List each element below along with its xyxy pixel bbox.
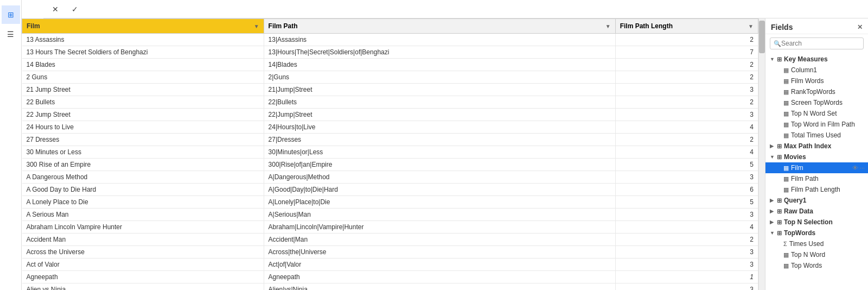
table-row: 13 Assassins13|Assassins2 [22,34,758,46]
grid-view-icon[interactable]: ⊞ [2,5,20,24]
calc-icon-filmwords: ▦ [783,78,789,85]
field-top-n-word-set[interactable]: ▦ Top N Word Set [765,108,868,119]
cell-film-path-length: 5 [615,196,758,209]
section-raw-data[interactable]: ▶ ⊞ Raw Data [765,206,868,217]
section-topwords[interactable]: ▼ ⊞ TopWords [765,228,868,238]
cell-film-path-length: 3 [615,84,758,96]
table-icon-filmpath: ▦ [783,175,789,182]
cell-film-path-length: 3 [615,283,758,291]
cell-film: 13 Hours The Secret Soldiers of Benghazi [22,46,264,59]
table-row: 27 Dresses27|Dresses2 [22,134,758,146]
cell-film-path: A|Dangerous|Method [264,171,615,184]
fields-panel-header: Fields ✕ [765,18,868,34]
close-icon[interactable]: ✕ [48,2,63,17]
cell-film-path-length: 2 [615,34,758,46]
cell-film: 13 Assassins [22,34,264,46]
cell-film: A Lonely Place to Die [22,196,264,209]
table-row: A Dangerous MethodA|Dangerous|Method3 [22,171,758,184]
field-film-actions: 👁 ··· [852,165,865,171]
table-icon-topwordsfield: ▦ [783,262,789,269]
calc-icon-totaltimes: ▦ [783,132,789,139]
cell-film: 30 Minutes or Less [22,146,264,159]
field-column1[interactable]: ▦ Column1 [765,65,868,75]
field-film-path-length[interactable]: ▦ Film Path Length [765,184,868,195]
table-icon-topwords: ⊞ [777,230,782,237]
cell-film-path-length: 5 [615,159,758,171]
table-icon-maxpath: ⊞ [777,143,782,150]
field-screen-topwords[interactable]: ▦ Screen TopWords [765,97,868,108]
table-row: 24 Hours to Live24|Hours|to|Live4 [22,121,758,134]
section-max-path-index[interactable]: ▶ ⊞ Max Path Index [765,141,868,152]
fields-close-button[interactable]: ✕ [857,23,863,31]
data-table-container[interactable]: Film ▼ Film Path ▼ Film [22,18,758,290]
chevron-movies: ▼ [770,154,775,160]
table-header: Film ▼ Film Path ▼ Film [22,19,758,34]
cell-film-path-length: 6 [615,184,758,196]
col-header-film[interactable]: Film ▼ [22,19,264,34]
fields-search-box[interactable]: 🔍 [770,37,864,49]
fields-title: Fields [771,23,793,31]
cell-film-path: Agneepath [264,271,615,283]
cell-film-path: 27|Dresses [264,134,615,146]
list-view-icon[interactable]: ☰ [2,25,20,43]
col-header-filmpathlen[interactable]: Film Path Length ▼ [615,19,758,34]
section-movies[interactable]: ▼ ⊞ Movies [765,152,868,162]
cell-film-path: A|Good|Day|to|Die|Hard [264,184,615,196]
check-icon[interactable]: ✓ [67,2,82,17]
field-top-words[interactable]: ▦ Top Words [765,260,868,271]
cell-film: 22 Bullets [22,96,264,109]
field-film-path[interactable]: ▦ Film Path [765,173,868,184]
cell-film-path-length: 2 [615,234,758,246]
fields-search-input[interactable] [781,40,863,47]
chevron-key-measures: ▼ [770,56,775,62]
vertical-scrollbar[interactable] [758,18,765,290]
fields-panel: Fields ✕ 🔍 ▼ ⊞ Key Measures ▦ Column1 [765,18,868,290]
table-icon-rawdata: ⊞ [777,208,782,215]
cell-film: A Serious Man [22,209,264,221]
sort-icon-length[interactable]: ▼ [748,23,754,29]
table-row: A Serious ManA|Serious|Man3 [22,209,758,221]
cell-film-path-length: 7 [615,46,758,59]
cell-film-path-length: 4 [615,146,758,159]
field-rank-top-words[interactable]: ▦ RankTopWords [765,86,868,97]
cell-film-path: A|Serious|Man [264,209,615,221]
cell-film-path-length: 4 [615,121,758,134]
table-row: Abraham Lincoln Vampire HunterAbraham|Li… [22,221,758,234]
table-row: 2 Guns2|Guns2 [22,71,758,84]
cell-film-path-length: 2 [615,59,758,71]
sort-icon-path[interactable]: ▼ [605,23,611,29]
table-row: Act of ValorAct|of|Valor3 [22,259,758,271]
cell-film: 27 Dresses [22,134,264,146]
table-row: AgneepathAgneepath1 [22,271,758,283]
field-top-n-word[interactable]: ▦ Top N Word [765,249,868,260]
left-sidebar: ⊞ ☰ [0,0,22,290]
table-row: A Lonely Place to DieA|Lonely|Place|to|D… [22,196,758,209]
cell-film-path: 14|Blades [264,59,615,71]
cell-film-path: 30|Minutes|or|Less [264,146,615,159]
table-icon-filmpathlen: ▦ [783,186,789,193]
field-film[interactable]: ▦ Film 👁 ··· [765,162,868,173]
col-header-filmpath[interactable]: Film Path ▼ [264,19,615,34]
sum-icon-timesused: Σ [783,241,787,247]
field-total-times-used[interactable]: ▦ Total Times Used [765,130,868,141]
cell-film-path: 22|Jump|Street [264,109,615,121]
scroll-thumb[interactable] [759,21,765,53]
cell-film-path: 300|Rise|of|an|Empire [264,159,615,171]
table-icon-movies: ⊞ [777,154,782,161]
section-topn-selection[interactable]: ▶ ⊞ Top N Selection [765,217,868,228]
field-times-used[interactable]: Σ Times Used [765,238,868,249]
table-row: 13 Hours The Secret Soldiers of Benghazi… [22,46,758,59]
table-icon-key: ⊞ [777,56,782,63]
table-row: 22 Bullets22|Bullets2 [22,96,758,109]
field-film-words[interactable]: ▦ Film Words [765,75,868,86]
cell-film-path-length: 3 [615,171,758,184]
cell-film: Act of Valor [22,259,264,271]
cell-film-path: 21|Jump|Street [264,84,615,96]
calc-icon-screen: ▦ [783,99,789,106]
section-key-measures[interactable]: ▼ ⊞ Key Measures [765,54,868,65]
sort-icon-film[interactable]: ▼ [254,23,259,29]
section-query1[interactable]: ▶ ⊞ Query1 [765,195,868,206]
field-top-word-film-path[interactable]: ▦ Top Word in Film Path [765,119,868,130]
table-row: Alien vs NinjaAlien|vs|Ninja3 [22,283,758,291]
table-row: Accident ManAccident|Man2 [22,234,758,246]
